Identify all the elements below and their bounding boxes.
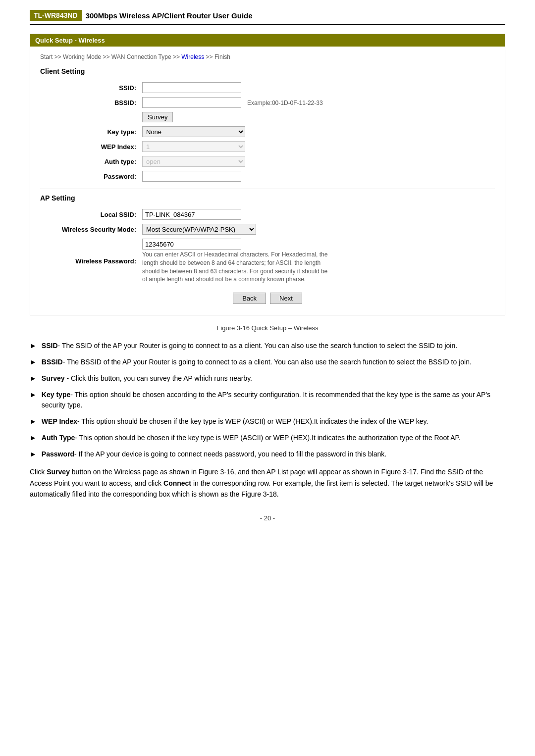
ssid-value-cell bbox=[139, 80, 495, 95]
bullet-list: ► SSID- The SSID of the AP your Router i… bbox=[30, 341, 505, 459]
bullet-arrow: ► bbox=[30, 449, 37, 459]
wireless-security-select[interactable]: Most Secure(WPA/WPA2-PSK) bbox=[142, 224, 256, 235]
bullet-term: BSSID bbox=[42, 358, 63, 366]
button-row: Back Next bbox=[40, 293, 495, 307]
password-label: Password: bbox=[40, 169, 139, 184]
bullet-arrow: ► bbox=[30, 357, 37, 367]
survey-bold: Survey bbox=[47, 468, 70, 476]
password-label-strong: Password: bbox=[104, 173, 136, 180]
list-item: ► Auth Type- This option should be chose… bbox=[30, 433, 505, 443]
password-row: Password: bbox=[40, 169, 495, 184]
keytype-row: Key type: None bbox=[40, 124, 495, 139]
wireless-password-value-cell: You can enter ASCII or Hexadecimal chara… bbox=[139, 237, 495, 286]
authtype-select[interactable]: open bbox=[142, 156, 245, 167]
password-input[interactable] bbox=[142, 171, 241, 182]
back-button[interactable]: Back bbox=[233, 293, 266, 304]
keytype-label: Key type: bbox=[40, 124, 139, 139]
bullet-text: Auth Type- This option should be chosen … bbox=[42, 433, 505, 443]
local-ssid-row: Local SSID: bbox=[40, 207, 495, 222]
setup-box: Quick Setup - Wireless Start >> Working … bbox=[30, 34, 505, 315]
ssid-label: SSID: bbox=[40, 80, 139, 95]
list-item: ► Survey - Click this button, you can su… bbox=[30, 373, 505, 384]
authtype-label: Auth type: bbox=[40, 154, 139, 169]
bullet-text: Password- If the AP your device is going… bbox=[42, 449, 505, 459]
figure-caption: Figure 3-16 Quick Setup – Wireless bbox=[30, 324, 505, 332]
header-model: TL-WR843ND bbox=[30, 10, 82, 21]
bullet-arrow: ► bbox=[30, 416, 37, 427]
bullet-arrow: ► bbox=[30, 373, 37, 384]
ssid-row: SSID: bbox=[40, 80, 495, 95]
bullet-term: Key type bbox=[42, 391, 70, 399]
wireless-password-row: Wireless Password: You can enter ASCII o… bbox=[40, 237, 495, 286]
bssid-input[interactable] bbox=[142, 97, 241, 108]
bullet-text: BSSID- The BSSID of the AP your Router i… bbox=[42, 357, 505, 367]
keytype-select[interactable]: None bbox=[142, 126, 245, 137]
list-item: ► WEP Index- This option should be chose… bbox=[30, 416, 505, 427]
wepindex-label: WEP Index: bbox=[40, 139, 139, 154]
page-number: - 20 - bbox=[30, 514, 505, 522]
authtype-row: Auth type: open bbox=[40, 154, 495, 169]
list-item: ► BSSID- The BSSID of the AP your Router… bbox=[30, 357, 505, 367]
ap-setting-form: Local SSID: Wireless Security Mode: Most… bbox=[40, 207, 495, 286]
list-item: ► SSID- The SSID of the AP your Router i… bbox=[30, 341, 505, 351]
wepindex-row: WEP Index: 1 bbox=[40, 139, 495, 154]
client-setting-heading: Client Setting bbox=[40, 67, 495, 75]
local-ssid-value-cell bbox=[139, 207, 495, 222]
breadcrumb-text: Start >> Working Mode >> WAN Connection … bbox=[40, 53, 230, 60]
bullet-term: SSID bbox=[42, 342, 58, 350]
body-paragraph: Click Survey button on the Wireless page… bbox=[30, 466, 505, 500]
setup-box-content: Start >> Working Mode >> WAN Connection … bbox=[30, 47, 505, 315]
bullet-text: SSID- The SSID of the AP your Router is … bbox=[42, 341, 505, 351]
bssid-example: Example:00-1D-0F-11-22-33 bbox=[247, 100, 323, 106]
page-header: TL-WR843ND 300Mbps Wireless AP/Client Ro… bbox=[30, 10, 505, 25]
keytype-value-cell: None bbox=[139, 124, 495, 139]
section-divider bbox=[40, 189, 495, 189]
wepindex-value-cell: 1 bbox=[139, 139, 495, 154]
header-title: 300Mbps Wireless AP/Client Router User G… bbox=[86, 11, 253, 20]
password-value-cell bbox=[139, 169, 495, 184]
survey-button[interactable]: Survey bbox=[142, 112, 173, 122]
wireless-security-label: Wireless Security Mode: bbox=[40, 222, 139, 237]
breadcrumb: Start >> Working Mode >> WAN Connection … bbox=[40, 53, 495, 60]
authtype-value-cell: open bbox=[139, 154, 495, 169]
client-setting-form: SSID: BSSID: Example:00-1D-0F-11-22-33 S… bbox=[40, 80, 495, 184]
bullet-term: Password bbox=[42, 450, 74, 458]
list-item: ► Key type- This option should be chosen… bbox=[30, 390, 505, 410]
bullet-arrow: ► bbox=[30, 341, 37, 351]
bullet-term: Auth Type bbox=[42, 434, 75, 442]
bullet-text: Survey - Click this button, you can surv… bbox=[42, 373, 505, 384]
survey-row: Survey bbox=[40, 110, 495, 124]
bullet-text: WEP Index- This option should be chosen … bbox=[42, 416, 505, 427]
ssid-input[interactable] bbox=[142, 82, 241, 93]
wireless-password-label: Wireless Password: bbox=[40, 237, 139, 286]
wireless-security-row: Wireless Security Mode: Most Secure(WPA/… bbox=[40, 222, 495, 237]
wireless-password-input[interactable] bbox=[142, 239, 241, 250]
next-button[interactable]: Next bbox=[270, 293, 302, 304]
bullet-arrow: ► bbox=[30, 390, 37, 400]
survey-label-empty bbox=[40, 110, 139, 124]
bullet-arrow: ► bbox=[30, 433, 37, 443]
bssid-row: BSSID: Example:00-1D-0F-11-22-33 bbox=[40, 95, 495, 110]
wireless-security-value-cell: Most Secure(WPA/WPA2-PSK) bbox=[139, 222, 495, 237]
setup-box-title: Quick Setup - Wireless bbox=[30, 34, 505, 47]
list-item: ► Password- If the AP your device is goi… bbox=[30, 449, 505, 459]
bssid-label: BSSID: bbox=[40, 95, 139, 110]
local-ssid-input[interactable] bbox=[142, 209, 241, 220]
ap-setting-heading: AP Setting bbox=[40, 194, 495, 202]
survey-btn-cell: Survey bbox=[139, 110, 495, 124]
wepindex-select[interactable]: 1 bbox=[142, 141, 245, 152]
bullet-term: Survey bbox=[42, 374, 65, 382]
connect-bold: Connect bbox=[163, 479, 191, 487]
bullet-term: WEP Index bbox=[42, 417, 77, 425]
bullet-text: Key type- This option should be chosen a… bbox=[42, 390, 505, 410]
local-ssid-label: Local SSID: bbox=[40, 207, 139, 222]
bssid-value-cell: Example:00-1D-0F-11-22-33 bbox=[139, 95, 495, 110]
password-hint: You can enter ASCII or Hexadecimal chara… bbox=[142, 251, 330, 284]
